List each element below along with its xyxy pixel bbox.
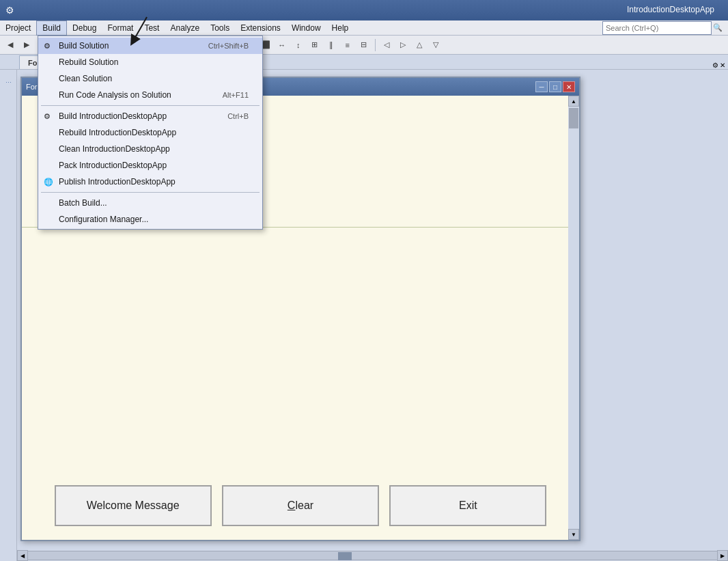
h-scrollbar: ◀ ▶ [17,550,728,561]
menu-format[interactable]: Format [102,20,139,36]
form-buttons: Welcome Message Clear Exit [22,485,579,526]
search-area: 🔍 [602,21,723,35]
scroll-up-arrow[interactable]: ▲ [568,96,579,107]
clear-button[interactable]: Clear [222,485,379,526]
welcome-message-button[interactable]: Welcome Message [55,485,212,526]
menu-bar: Project Build Debug Format Test Analyze … [0,20,728,36]
menu-item-publish-app[interactable]: 🌐 Publish IntroductionDesktopApp [38,174,262,190]
toolbar-btn-8[interactable]: ≡ [340,38,355,53]
menu-build[interactable]: Build [36,20,67,36]
menu-tools[interactable]: Tools [205,20,235,36]
form-controls: ─ □ ✕ [535,81,575,92]
sidebar-icon: ⋮ [5,79,12,85]
menu-debug[interactable]: Debug [67,20,102,36]
toolbar-btn-4[interactable]: ↔ [275,38,290,53]
scroll-left-arrow[interactable]: ◀ [17,550,28,561]
menu-test[interactable]: Test [139,20,165,36]
build-app-icon: ⚙ [44,112,51,121]
menu-item-pack-app[interactable]: Pack IntroductionDesktopApp [38,157,262,174]
toolbar-btn-10[interactable]: ◁ [379,38,394,53]
h-scroll-track [28,551,717,560]
toolbar-btn-13[interactable]: ▽ [428,38,443,53]
menu-item-build-app[interactable]: ⚙ Build IntroductionDesktopApp Ctrl+B [38,108,262,124]
menu-extensions[interactable]: Extensions [235,20,286,36]
menu-help[interactable]: Help [326,20,354,36]
menu-item-clean-solution[interactable]: Clean Solution [38,70,262,87]
toolbar-btn-7[interactable]: ‖ [324,38,339,53]
back-btn[interactable]: ◀ [3,38,18,53]
title-bar-text: IntroductionDesktopApp [627,5,714,14]
scroll-thumb[interactable] [569,108,578,128]
build-solution-icon: ⚙ [44,42,51,51]
search-input[interactable] [602,21,712,35]
forward-btn[interactable]: ▶ [19,38,34,53]
h-scroll-thumb[interactable] [338,552,352,560]
left-sidebar: ⋮ [0,70,17,561]
toolbar-btn-9[interactable]: ⊟ [356,38,372,53]
toolbar-btn-5[interactable]: ↕ [291,38,306,53]
menu-item-batch-build[interactable]: Batch Build... [38,195,262,211]
build-dropdown-menu: ⚙ Build Solution Ctrl+Shift+B Rebuild So… [38,36,263,230]
dropdown-separator-1 [41,105,260,106]
dropdown-separator-2 [41,192,260,193]
globe-icon: 🌐 [44,178,53,187]
menu-item-clean-app[interactable]: Clean IntroductionDesktopApp [38,141,262,157]
menu-item-rebuild-solution[interactable]: Rebuild Solution [38,54,262,70]
menu-window[interactable]: Window [286,20,326,36]
form-minimize-btn[interactable]: ─ [535,81,548,92]
menu-project[interactable]: Project [0,20,36,36]
toolbar-sep-3 [375,39,376,51]
menu-item-rebuild-app[interactable]: Rebuild IntroductionDesktopApp [38,124,262,141]
form-maximize-btn[interactable]: □ [549,81,561,92]
toolbar-btn-6[interactable]: ⊞ [307,38,322,53]
scroll-down-arrow[interactable]: ▼ [568,529,579,540]
toolbar-btn-12[interactable]: △ [412,38,427,53]
form-close-btn[interactable]: ✕ [563,81,575,92]
app-icon: ⚙ [5,5,14,16]
form-scrollbar[interactable]: ▲ ▼ [568,96,579,540]
exit-button[interactable]: Exit [389,485,546,526]
menu-item-run-code-analysis[interactable]: Run Code Analysis on Solution Alt+F11 [38,87,262,103]
scroll-right-arrow[interactable]: ▶ [717,550,728,561]
panel-close-btn[interactable]: ✕ [720,61,725,69]
toolbar-btn-11[interactable]: ▷ [395,38,410,53]
panel-settings-btn[interactable]: ⚙ [712,61,718,69]
title-bar: ⚙ IntroductionDesktopApp [0,0,728,20]
search-icon: 🔍 [713,23,723,32]
menu-item-build-solution[interactable]: ⚙ Build Solution Ctrl+Shift+B [38,38,262,54]
menu-item-config-manager[interactable]: Configuration Manager... [38,211,262,228]
menu-analyze[interactable]: Analyze [165,20,205,36]
